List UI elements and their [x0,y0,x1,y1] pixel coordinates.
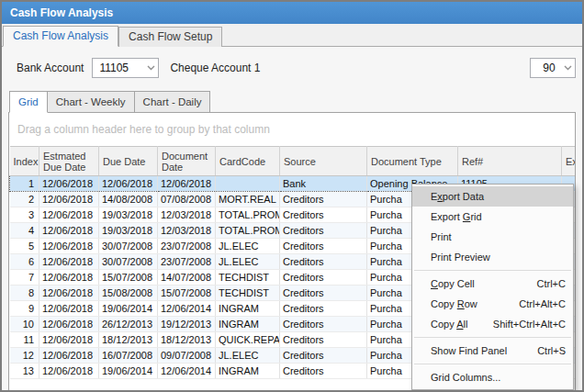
cell[interactable]: Creditors [280,364,367,379]
tab-chart-daily[interactable]: Chart - Daily [135,91,211,113]
cell[interactable]: MORT.REAL [216,192,280,207]
cell[interactable]: Creditors [280,223,367,239]
column-header-estmated-due-date[interactable]: Estmated Due Date [39,147,99,176]
column-header-due-date[interactable]: Due Date [99,147,158,176]
cell[interactable]: 12/06/2014 [158,301,216,317]
cell[interactable]: 14/07/2008 [158,270,216,286]
menu-item-grid-columns[interactable]: Grid Columns... [412,367,573,387]
cell[interactable]: 09/07/2008 [158,348,216,364]
menu-item-export-data[interactable]: Export Data [412,186,573,207]
cell[interactable]: 19/03/2018 [99,223,158,239]
chevron-down-icon[interactable] [560,65,575,71]
column-header-ext[interactable]: Ext. [562,147,577,176]
cell[interactable]: 12/06/2018 [39,192,99,207]
cell[interactable]: 12 [10,348,39,364]
cell[interactable]: 23/07/2008 [158,239,216,254]
tab-cash-flow-analysis[interactable]: Cash Flow Analysis [3,26,118,47]
chevron-down-icon[interactable] [143,65,158,71]
cell[interactable]: 19/06/2014 [99,301,158,317]
cell[interactable]: 15/07/2008 [158,286,216,301]
cell[interactable]: 30/07/2008 [99,239,158,254]
cell[interactable]: 12/06/2018 [39,223,99,239]
cell[interactable]: 12/06/2018 [39,270,99,286]
cell[interactable]: 12/06/2018 [99,176,158,192]
cell[interactable]: 6 [10,254,39,270]
cell[interactable]: 13 [10,364,39,379]
cell[interactable] [216,176,280,192]
cell[interactable]: 2 [10,192,39,207]
cell[interactable]: Creditors [280,286,367,301]
group-by-hint[interactable]: Drag a column header here to group by th… [9,113,575,146]
cell[interactable]: 12/06/2014 [158,364,216,379]
cell[interactable]: 19/06/2014 [99,364,158,379]
menu-item-print-preview[interactable]: Print Preview [412,247,573,267]
cell[interactable]: 26/12/2013 [99,317,158,332]
column-header-document-date[interactable]: Document Date [158,147,216,176]
column-header-cardcode[interactable]: CardCode [216,147,280,176]
cell[interactable]: 12/06/2018 [39,364,99,379]
cell[interactable]: 12/06/2018 [39,239,99,254]
cell[interactable]: 23/07/2008 [158,254,216,270]
cell[interactable]: 18/12/2013 [99,332,158,348]
cell[interactable]: Creditors [280,254,367,270]
column-header-ref[interactable]: Ref# [458,147,562,176]
cell[interactable]: 12/03/2018 [158,207,216,223]
cell[interactable]: 18/12/2013 [158,332,216,348]
cell[interactable]: 07/08/2008 [158,192,216,207]
cell[interactable]: Bank [280,176,367,192]
cell[interactable]: INGRAM [216,301,280,317]
cell[interactable]: 30/07/2008 [99,254,158,270]
cell[interactable]: Creditors [280,192,367,207]
cell[interactable]: 12/03/2018 [158,223,216,239]
cell[interactable]: 12/06/2018 [39,176,99,192]
cell[interactable]: TOTAL.PROM [216,207,280,223]
column-header-document-type[interactable]: Document Type [367,147,458,176]
cell[interactable]: 4 [10,223,39,239]
cell[interactable]: Creditors [280,270,367,286]
cell[interactable]: 19/12/2013 [158,317,216,332]
menu-item-show-find-panel[interactable]: Show Find PanelCtrl+S [412,341,573,361]
cell[interactable]: 11 [10,332,39,348]
cell[interactable]: 9 [10,301,39,317]
cell[interactable]: JL.ELEC [216,239,280,254]
cell[interactable]: TOTAL.PROM [216,223,280,239]
cell[interactable]: 14/08/2008 [99,192,158,207]
cell[interactable]: 12/06/2018 [39,317,99,332]
menu-item-copy-row[interactable]: Copy RowCtrl+Alt+C [412,294,573,314]
cell[interactable]: Creditors [280,207,367,223]
tab-cash-flow-setup[interactable]: Cash Flow Setup [118,27,222,47]
cell[interactable]: 19/03/2018 [99,207,158,223]
cell[interactable]: 12/06/2018 [39,254,99,270]
days-select[interactable]: 90 [530,58,576,78]
cell[interactable]: QUICK.REPA [216,332,280,348]
cell[interactable]: 15/07/2008 [99,270,158,286]
tab-chart-weekly[interactable]: Chart - Weekly [48,91,135,113]
menu-item-print[interactable]: Print [412,227,573,247]
cell[interactable]: Creditors [280,239,367,254]
cell[interactable]: 3 [10,207,39,223]
menu-item-export-grid[interactable]: Export Grid [412,207,573,227]
cell[interactable]: Creditors [280,332,367,348]
bank-account-select[interactable]: 11105 [92,58,159,78]
cell[interactable]: 8 [10,286,39,301]
cell[interactable]: Creditors [280,348,367,364]
cell[interactable]: JL.ELEC [216,348,280,364]
cell[interactable]: Creditors [280,317,367,332]
cell[interactable]: 12/06/2018 [39,286,99,301]
cell[interactable]: 1 [10,176,39,192]
column-header-index[interactable]: Index [10,147,39,176]
cell[interactable]: 12/06/2018 [39,332,99,348]
cell[interactable]: TECHDIST [216,270,280,286]
cell[interactable]: 15/08/2008 [99,286,158,301]
cell[interactable]: 16/07/2008 [99,348,158,364]
cell[interactable]: 5 [10,239,39,254]
cell[interactable]: 10 [10,317,39,332]
cell[interactable]: 7 [10,270,39,286]
cell[interactable]: INGRAM [216,364,280,379]
cell[interactable]: 12/06/2018 [39,348,99,364]
tab-grid[interactable]: Grid [9,91,48,113]
cell[interactable]: Creditors [280,301,367,317]
cell[interactable]: INGRAM [216,317,280,332]
menu-item-copy-all[interactable]: Copy AllShift+Ctrl+Alt+C [412,314,573,334]
cell[interactable]: 12/06/2018 [158,176,216,192]
